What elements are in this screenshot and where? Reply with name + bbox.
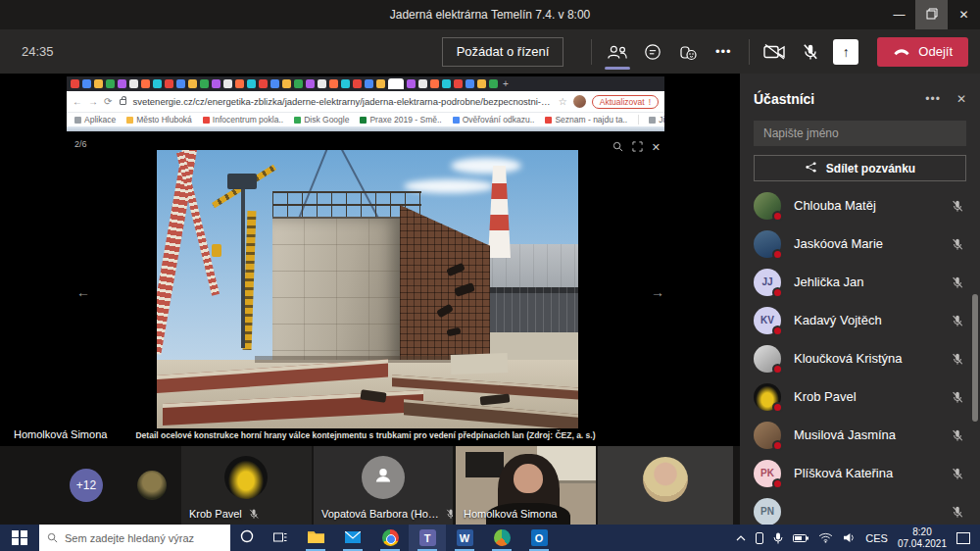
- back-icon[interactable]: ←: [73, 96, 82, 107]
- close-button[interactable]: ✕: [948, 0, 980, 29]
- video-tile[interactable]: [598, 446, 733, 525]
- url-text[interactable]: svetenergie.cz/cz/energetika-zblizka/jad…: [132, 96, 552, 107]
- taskbar-search[interactable]: Sem zadejte hledaný výraz: [39, 525, 230, 551]
- bookmark-item[interactable]: Seznam - najdu ta..: [545, 115, 627, 125]
- taskbar-mail[interactable]: [334, 525, 371, 551]
- file-explorer-icon: [308, 529, 324, 547]
- taskbar-teams[interactable]: [409, 525, 446, 551]
- new-tab-button[interactable]: +: [503, 78, 509, 89]
- mic-off-icon: [951, 199, 964, 213]
- photo-steel-truss: [400, 205, 490, 376]
- participant-search-input[interactable]: [754, 126, 966, 140]
- tray-volume-icon[interactable]: [843, 532, 856, 543]
- bookmark-item[interactable]: Infocentrum pokla..: [203, 115, 283, 125]
- avatar-placeholder: [362, 456, 405, 499]
- participant-row[interactable]: Krob Pavel: [740, 377, 980, 416]
- participant-row[interactable]: Kloučková Kristýna: [740, 339, 980, 377]
- cortana-button[interactable]: [230, 525, 264, 551]
- presenter-name-label: Homolková Simona: [14, 428, 107, 440]
- active-tab[interactable]: [388, 78, 404, 89]
- participant-row[interactable]: Jaskóová Marie: [740, 225, 980, 263]
- minimize-button[interactable]: —: [883, 0, 915, 29]
- tray-phone-icon[interactable]: [756, 532, 763, 544]
- tray-battery-icon[interactable]: [793, 534, 808, 542]
- camera-toggle-button[interactable]: [758, 29, 793, 74]
- share-invite-button[interactable]: Sdílet pozvánku: [754, 155, 966, 181]
- next-image-arrow[interactable]: →: [651, 284, 664, 300]
- participant-row[interactable]: Chlouba Matěj: [740, 186, 980, 225]
- panel-more-icon[interactable]: •••: [925, 92, 941, 106]
- browser-profile-avatar[interactable]: [573, 95, 586, 108]
- bookmark-item[interactable]: Aplikace: [74, 115, 116, 125]
- bookmark-item[interactable]: Město Hluboká: [126, 115, 192, 125]
- previous-image-arrow[interactable]: ←: [76, 284, 90, 300]
- zoom-icon[interactable]: [612, 138, 623, 156]
- participant-search[interactable]: [754, 121, 966, 146]
- taskbar-app[interactable]: [483, 525, 520, 551]
- outlook-icon: [531, 529, 548, 546]
- photo-light-mast-head: [227, 174, 257, 189]
- reactions-button[interactable]: [670, 29, 706, 74]
- bookmark-star-icon[interactable]: ☆: [559, 96, 567, 107]
- bookmark-item[interactable]: Ověřování odkazu..: [453, 115, 535, 125]
- taskbar-word[interactable]: [446, 525, 483, 551]
- overflow-count-badge[interactable]: +12: [70, 469, 103, 502]
- tray-expand-chevron[interactable]: [736, 535, 746, 541]
- fullscreen-icon[interactable]: [632, 138, 643, 156]
- busy-status-dot: [772, 402, 783, 413]
- taskbar-outlook[interactable]: [520, 525, 558, 551]
- tray-mic-icon[interactable]: [773, 532, 783, 544]
- video-tile[interactable]: Vopatová Barbora (Ho…: [314, 446, 453, 525]
- panel-scrollbar[interactable]: [972, 294, 978, 422]
- reload-icon[interactable]: ⟳: [104, 96, 112, 107]
- bookmark-item[interactable]: Disk Google: [294, 115, 349, 125]
- language-indicator[interactable]: CES: [865, 532, 888, 544]
- tile-name: Krob Pavel: [189, 508, 242, 520]
- task-view-button[interactable]: [264, 525, 297, 551]
- photo-containment-wall: [272, 217, 402, 376]
- bookmarks-bar: Aplikace Město Hluboká Infocentrum pokla…: [67, 112, 664, 126]
- shared-screen: + ← → ⟳ svetenergie.cz/cz/energetika-zbl…: [67, 76, 664, 446]
- lightbox-close-icon[interactable]: ✕: [652, 141, 661, 154]
- camera-off-icon: [763, 43, 787, 60]
- busy-status-dot: [772, 440, 783, 451]
- more-options-button[interactable]: •••: [706, 29, 741, 74]
- video-tile[interactable]: Krob Pavel: [181, 446, 312, 525]
- forward-icon[interactable]: →: [88, 96, 98, 107]
- taskbar-chrome[interactable]: [371, 525, 409, 551]
- participant-mini-avatar[interactable]: [137, 471, 167, 500]
- participant-row[interactable]: KV Kadavý Vojtěch: [740, 301, 980, 339]
- browser-tabs[interactable]: +: [67, 76, 664, 91]
- busy-status-dot: [772, 478, 783, 489]
- photo-cloud: [451, 158, 521, 174]
- mic-off-icon: [951, 390, 964, 404]
- panel-close-icon[interactable]: ✕: [956, 92, 966, 106]
- word-icon: [457, 529, 473, 546]
- hangup-icon: [893, 44, 910, 59]
- share-screen-button[interactable]: ↑: [828, 29, 863, 74]
- request-control-button[interactable]: Požádat o řízení: [442, 37, 564, 67]
- mail-icon: [345, 529, 361, 547]
- bookmark-icon: [126, 117, 133, 124]
- participants-panel: Účastníci ••• ✕ Sdílet pozvánku Chlouba …: [740, 74, 980, 525]
- video-tile-live[interactable]: Homolková Simona: [456, 446, 596, 525]
- bookmark-item[interactable]: Praxe 2019 - Smě..: [360, 115, 441, 125]
- other-bookmarks[interactable]: Jiné záložky: [638, 115, 664, 125]
- restore-button[interactable]: [915, 0, 948, 29]
- mic-toggle-button[interactable]: [793, 29, 828, 74]
- clock[interactable]: 8:20 07.04.2021: [898, 526, 947, 550]
- windows-logo-icon: [12, 530, 27, 546]
- avatar: KV: [754, 307, 781, 334]
- start-button[interactable]: [0, 525, 39, 551]
- participant-row[interactable]: Musilová Jasmína: [740, 416, 980, 454]
- participants-button[interactable]: [600, 29, 635, 74]
- action-center-icon[interactable]: [956, 532, 970, 544]
- participant-row[interactable]: JJ Jehlička Jan: [740, 263, 980, 301]
- leave-label: Odejít: [918, 44, 953, 59]
- chat-button[interactable]: [635, 29, 670, 74]
- leave-meeting-button[interactable]: Odejít: [877, 37, 968, 67]
- tray-wifi-icon[interactable]: [818, 532, 833, 543]
- chrome-update-button[interactable]: Aktualizovat !: [592, 95, 659, 109]
- participant-row[interactable]: PK Plíšková Kateřina: [740, 454, 980, 492]
- taskbar-file-explorer[interactable]: [297, 525, 334, 551]
